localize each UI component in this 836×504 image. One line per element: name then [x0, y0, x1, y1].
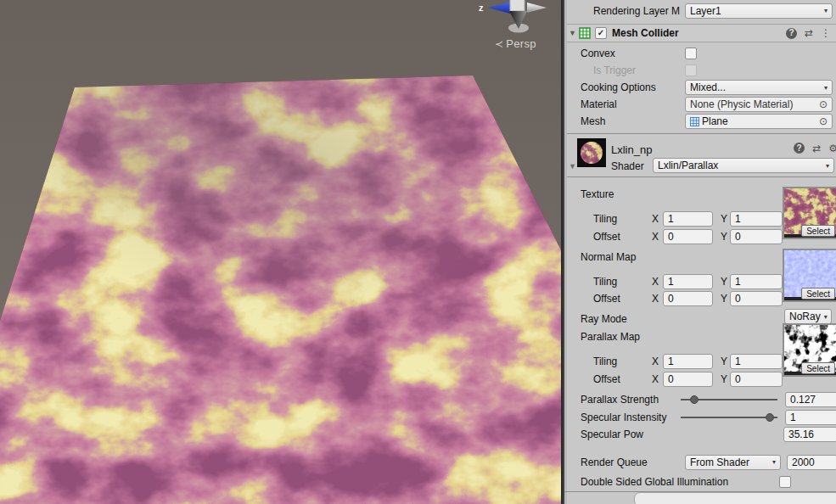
texture-select-button[interactable]: Select	[801, 225, 835, 237]
physic-material-row: Material None (Physic Material) ⊙	[564, 96, 836, 113]
physic-material-label: Material	[581, 98, 685, 110]
specular-intensity-label: Specular Instensity	[581, 412, 681, 423]
specular-pow-label: Specular Pow	[581, 428, 681, 440]
normal-map-select-button[interactable]: Select	[801, 288, 835, 300]
slider-handle[interactable]	[690, 395, 699, 404]
offset-label: Offset	[593, 231, 652, 243]
tiling-label: Tiling	[593, 276, 652, 288]
material-header[interactable]: Lxlin_np ? ⇄ ⚙ ▼ Shader Lxlin/Parallax ▾	[564, 134, 836, 176]
double-sided-gi-checkbox[interactable]: ✓	[779, 476, 791, 488]
parallax-tiling-x-input[interactable]: 1	[663, 354, 713, 369]
gizmo-x-axis-cone[interactable]	[527, 3, 547, 13]
chevron-down-icon: ▾	[821, 313, 828, 321]
ray-mode-dropdown[interactable]: NoRay ▾	[784, 309, 832, 324]
parallax-map-thumbnail[interactable]: Select	[783, 323, 836, 377]
is-trigger-label: Is Trigger	[593, 64, 685, 76]
persp-label[interactable]: ≺Persp	[495, 37, 536, 50]
gizmo-z-axis-cone[interactable]	[488, 2, 510, 14]
normal-offset-y-input[interactable]: 0	[730, 291, 783, 306]
x-label: X	[652, 356, 663, 367]
chevron-down-icon: ▾	[821, 84, 828, 92]
object-picker-icon[interactable]: ⊙	[819, 100, 828, 109]
gizmo-z-label: z	[479, 3, 484, 13]
parallax-offset-y-input[interactable]: 0	[730, 372, 783, 387]
specular-intensity-slider[interactable]	[681, 417, 777, 418]
foldout-arrow-icon[interactable]: ▼	[569, 162, 576, 171]
offset-label: Offset	[593, 373, 652, 385]
material-name: Lxlin_np	[611, 143, 652, 156]
mesh-asset-icon	[690, 117, 699, 126]
parallax-strength-value[interactable]: 0.127	[785, 392, 836, 407]
convex-row: Convex ✓	[564, 45, 836, 62]
component-title: Mesh Collider	[612, 27, 679, 39]
is-trigger-row: Is Trigger ✓	[564, 62, 836, 79]
chevron-down-icon: ▾	[822, 162, 829, 170]
inspector-panel: Rendering Layer M Layer1 ▾ ▼ ✓ Mesh Coll…	[563, 0, 836, 504]
render-queue-row: Render Queue From Shader ▾ 2000	[564, 455, 836, 469]
convex-checkbox[interactable]: ✓	[685, 48, 697, 59]
normal-tiling-y-input[interactable]: 1	[730, 274, 783, 289]
y-label: Y	[721, 231, 730, 243]
mesh-object-field[interactable]: Plane ⊙	[685, 114, 833, 129]
texture-offset-y-input[interactable]: 0	[730, 229, 783, 244]
specular-intensity-value[interactable]: 1	[785, 410, 836, 425]
texture-tiling-x-input[interactable]: 1	[663, 211, 713, 227]
parallax-offset-x-input[interactable]: 0	[663, 372, 713, 387]
chevron-down-icon: ▾	[769, 458, 776, 466]
render-queue-dropdown[interactable]: From Shader ▾	[685, 455, 781, 470]
render-queue-value[interactable]: 2000	[787, 455, 836, 470]
parallax-tiling-y-input[interactable]: 1	[730, 354, 783, 369]
material-preview-tile	[577, 138, 606, 167]
double-sided-gi-row: Double Sided Global Illumination ✓	[564, 475, 836, 489]
normal-map-thumbnail[interactable]: Select	[783, 249, 836, 302]
mesh-collider-icon	[579, 27, 591, 39]
parallax-map-select-button[interactable]: Select	[801, 362, 835, 374]
slider-handle[interactable]	[766, 413, 774, 422]
physic-material-object-field[interactable]: None (Physic Material) ⊙	[685, 97, 833, 112]
x-label: X	[652, 276, 663, 288]
parallax-strength-slider[interactable]	[681, 399, 777, 400]
shader-dropdown[interactable]: Lxlin/Parallax ▾	[653, 158, 834, 173]
mesh-collider-header[interactable]: ▼ ✓ Mesh Collider ? ⇄ ⋮	[564, 24, 836, 42]
chevron-down-icon: ▾	[821, 7, 828, 14]
y-label: Y	[721, 373, 730, 385]
component-enabled-checkbox[interactable]: ✓	[595, 27, 607, 39]
x-label: X	[652, 293, 663, 305]
scene-view[interactable]: z ≺Persp	[0, 0, 561, 504]
texture-thumbnail[interactable]: Select	[783, 187, 836, 239]
specular-pow-row: Specular Pow 35.16	[564, 427, 836, 441]
x-label: X	[652, 231, 663, 243]
normal-tiling-x-input[interactable]: 1	[663, 274, 713, 289]
gear-icon[interactable]: ⚙	[828, 143, 836, 154]
rendering-layer-row: Rendering Layer M Layer1 ▾	[564, 3, 836, 19]
preview-pane-handle[interactable]	[634, 492, 836, 504]
presets-icon[interactable]: ⇄	[805, 28, 813, 38]
specular-pow-value[interactable]: 35.16	[783, 427, 836, 442]
help-icon[interactable]: ?	[794, 143, 805, 154]
unity-editor-window: z ≺Persp Rendering Layer M Layer1 ▾ ▼ ✓ …	[0, 0, 836, 504]
x-label: X	[652, 373, 663, 385]
cooking-options-label: Cooking Options	[581, 81, 685, 93]
textured-plane[interactable]	[0, 0, 561, 504]
presets-icon[interactable]: ⇄	[812, 143, 821, 154]
foldout-arrow-icon[interactable]: ▼	[569, 29, 579, 37]
cooking-options-dropdown[interactable]: Mixed... ▾	[685, 80, 833, 95]
cooking-options-row: Cooking Options Mixed... ▾	[564, 79, 836, 96]
normal-offset-x-input[interactable]: 0	[663, 291, 713, 306]
material-sphere-icon	[581, 142, 603, 164]
y-label: Y	[721, 213, 730, 225]
texture-offset-x-input[interactable]: 0	[663, 229, 713, 244]
double-sided-gi-label: Double Sided Global Illumination	[581, 476, 779, 488]
help-icon[interactable]: ?	[786, 28, 797, 39]
y-label: Y	[721, 356, 730, 367]
rendering-layer-dropdown[interactable]: Layer1 ▾	[685, 3, 833, 19]
y-label: Y	[721, 276, 730, 288]
plane-distance-haze	[0, 0, 561, 504]
mesh-label: Mesh	[581, 115, 685, 127]
gizmo-center-cube[interactable]	[510, 0, 525, 11]
object-picker-icon[interactable]: ⊙	[819, 117, 828, 126]
orientation-gizmo[interactable]: z	[465, 0, 561, 37]
texture-tiling-y-input[interactable]: 1	[730, 211, 783, 227]
kebab-menu-icon[interactable]: ⋮	[821, 28, 831, 38]
mesh-row: Mesh Plane ⊙	[564, 113, 836, 130]
